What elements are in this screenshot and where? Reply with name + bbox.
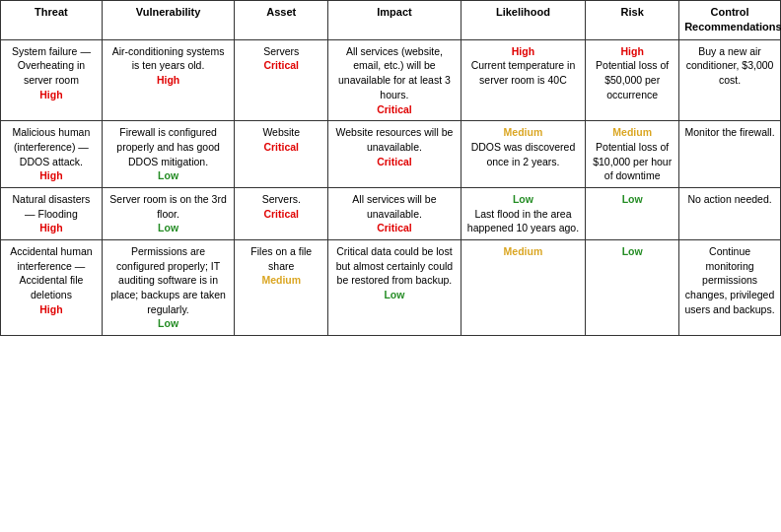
table-cell: Low [586,187,679,239]
table-cell: Buy a new air conditioner, $3,000 cost. [679,39,781,120]
header-likelihood: Likelihood [461,1,586,40]
table-cell: HighCurrent temperature in server room i… [461,39,586,120]
header-impact: Impact [328,1,461,40]
table-cell: ServersCritical [235,39,328,120]
risk-table: Threat Vulnerability Asset Impact Likeli… [0,0,781,336]
table-cell: LowLast flood in the area happened 10 ye… [461,187,586,239]
table-cell: MediumPotential loss of $10,000 per hour… [586,121,679,188]
header-control: ControlRecommendations [679,1,781,40]
table-cell: MediumDDOS was discovered once in 2 year… [461,121,586,188]
table-row: Accidental human interference — Accident… [1,240,781,336]
table-cell: Low [586,240,679,336]
table-cell: Permissions are configured properly; IT … [102,240,234,336]
header-vulnerability: Vulnerability [102,1,234,40]
table-cell: Accidental human interference — Accident… [1,240,103,336]
table-cell: Website resources will be unavailable.Cr… [328,121,461,188]
table-cell: Servers.Critical [235,187,328,239]
table-cell: Files on a file shareMedium [235,240,328,336]
table-cell: System failure — Overheating in server r… [1,39,103,120]
table-cell: Critical data could be lost but almost c… [328,240,461,336]
table-row: Natural disasters — FloodingHighServer r… [1,187,781,239]
table-cell: WebsiteCritical [235,121,328,188]
table-cell: Malicious human (interference) — DDOS at… [1,121,103,188]
header-threat: Threat [1,1,103,40]
table-cell: HighPotential loss of $50,000 per occurr… [586,39,679,120]
table-row: System failure — Overheating in server r… [1,39,781,120]
table-cell: Monitor the firewall. [679,121,781,188]
table-cell: Medium [461,240,586,336]
table-cell: Firewall is configured properly and has … [102,121,234,188]
table-row: Malicious human (interference) — DDOS at… [1,121,781,188]
table-cell: Air-conditioning systems is ten years ol… [102,39,234,120]
table-cell: Natural disasters — FloodingHigh [1,187,103,239]
header-risk: Risk [586,1,679,40]
table-cell: Server room is on the 3rd floor.Low [102,187,234,239]
table-cell: All services will be unavailable.Critica… [328,187,461,239]
header-asset: Asset [235,1,328,40]
table-cell: All services (website, email, etc.) will… [328,39,461,120]
table-cell: Continue monitoring permissions changes,… [679,240,781,336]
table-cell: No action needed. [679,187,781,239]
